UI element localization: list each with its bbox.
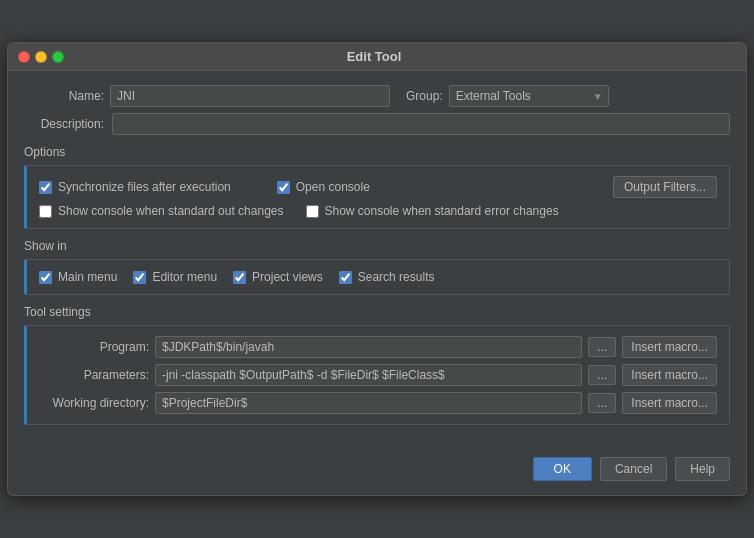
- options-content: Synchronize files after execution Open c…: [24, 165, 730, 229]
- sync-files-group: Synchronize files after execution: [39, 180, 231, 194]
- name-row: Name:: [24, 85, 390, 107]
- editor-menu-label: Editor menu: [152, 270, 217, 284]
- close-button[interactable]: [18, 51, 30, 63]
- group-select[interactable]: External Tools: [449, 85, 609, 107]
- show-in-section: Show in Main menu Editor menu Project vi…: [24, 239, 730, 295]
- name-input[interactable]: [110, 85, 390, 107]
- group-row: Group: External Tools ▼: [406, 85, 609, 107]
- help-button[interactable]: Help: [675, 457, 730, 481]
- show-in-header: Show in: [24, 239, 730, 253]
- traffic-lights: [18, 51, 64, 63]
- tool-settings-header: Tool settings: [24, 305, 730, 319]
- parameters-insert-macro-button[interactable]: Insert macro...: [622, 364, 717, 386]
- options-section: Options Synchronize files after executio…: [24, 145, 730, 229]
- project-views-checkbox[interactable]: [233, 271, 246, 284]
- show-console-stderr-label: Show console when standard error changes: [325, 204, 559, 218]
- name-label: Name:: [24, 89, 104, 103]
- search-results-group: Search results: [339, 270, 435, 284]
- sync-files-label: Synchronize files after execution: [58, 180, 231, 194]
- search-results-label: Search results: [358, 270, 435, 284]
- show-console-stdout-group: Show console when standard out changes: [39, 204, 284, 218]
- show-in-content: Main menu Editor menu Project views Sear…: [24, 259, 730, 295]
- group-select-wrapper: External Tools ▼: [449, 85, 609, 107]
- tool-settings-content: Program: ... Insert macro... Parameters:…: [24, 325, 730, 425]
- dialog-title: Edit Tool: [72, 49, 676, 64]
- edit-tool-dialog: Edit Tool Name: Group: External Tools ▼ …: [7, 42, 747, 496]
- show-console-stdout-label: Show console when standard out changes: [58, 204, 284, 218]
- main-menu-label: Main menu: [58, 270, 117, 284]
- tool-settings-section: Tool settings Program: ... Insert macro.…: [24, 305, 730, 425]
- open-console-group: Open console: [277, 180, 370, 194]
- minimize-button[interactable]: [35, 51, 47, 63]
- dialog-footer: OK Cancel Help: [8, 447, 746, 495]
- description-label: Description:: [24, 117, 104, 131]
- group-label: Group:: [406, 89, 443, 103]
- main-menu-group: Main menu: [39, 270, 117, 284]
- parameters-label: Parameters:: [39, 368, 149, 382]
- ok-button[interactable]: OK: [533, 457, 592, 481]
- parameters-dots-button[interactable]: ...: [588, 365, 616, 385]
- working-dir-input[interactable]: [155, 392, 582, 414]
- title-bar: Edit Tool: [8, 43, 746, 71]
- open-console-label: Open console: [296, 180, 370, 194]
- program-label: Program:: [39, 340, 149, 354]
- name-group-row: Name: Group: External Tools ▼: [24, 85, 730, 107]
- parameters-input[interactable]: [155, 364, 582, 386]
- description-input[interactable]: [112, 113, 730, 135]
- project-views-label: Project views: [252, 270, 323, 284]
- options-row-2: Show console when standard out changes S…: [39, 204, 717, 218]
- editor-menu-group: Editor menu: [133, 270, 217, 284]
- maximize-button[interactable]: [52, 51, 64, 63]
- working-dir-label: Working directory:: [39, 396, 149, 410]
- project-views-group: Project views: [233, 270, 323, 284]
- main-menu-checkbox[interactable]: [39, 271, 52, 284]
- program-dots-button[interactable]: ...: [588, 337, 616, 357]
- sync-files-checkbox[interactable]: [39, 181, 52, 194]
- show-console-stdout-checkbox[interactable]: [39, 205, 52, 218]
- search-results-checkbox[interactable]: [339, 271, 352, 284]
- editor-menu-checkbox[interactable]: [133, 271, 146, 284]
- working-dir-row: Working directory: ... Insert macro...: [39, 392, 717, 414]
- output-filters-button[interactable]: Output Filters...: [613, 176, 717, 198]
- show-console-stderr-group: Show console when standard error changes: [306, 204, 559, 218]
- parameters-row: Parameters: ... Insert macro...: [39, 364, 717, 386]
- description-row: Description:: [24, 113, 730, 135]
- cancel-button[interactable]: Cancel: [600, 457, 667, 481]
- program-insert-macro-button[interactable]: Insert macro...: [622, 336, 717, 358]
- show-console-stderr-checkbox[interactable]: [306, 205, 319, 218]
- options-row-1: Synchronize files after execution Open c…: [39, 176, 717, 198]
- working-dir-insert-macro-button[interactable]: Insert macro...: [622, 392, 717, 414]
- show-in-row: Main menu Editor menu Project views Sear…: [39, 270, 717, 284]
- program-row: Program: ... Insert macro...: [39, 336, 717, 358]
- dialog-body: Name: Group: External Tools ▼ Descriptio…: [8, 71, 746, 447]
- options-header: Options: [24, 145, 730, 159]
- working-dir-dots-button[interactable]: ...: [588, 393, 616, 413]
- program-input[interactable]: [155, 336, 582, 358]
- open-console-checkbox[interactable]: [277, 181, 290, 194]
